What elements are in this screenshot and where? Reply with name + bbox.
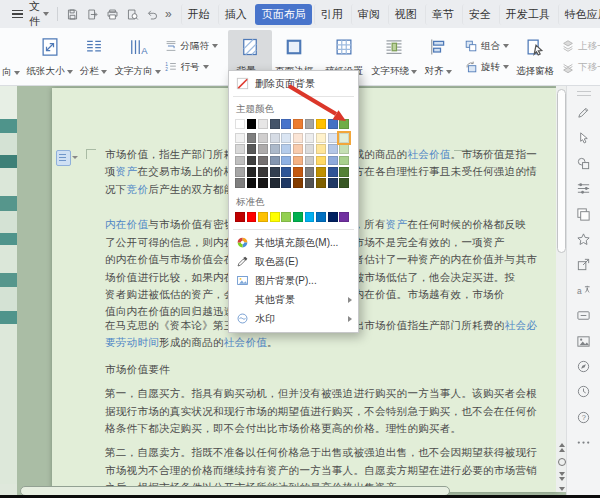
sidebar-picture-gray-icon[interactable] <box>576 334 591 349</box>
page-thumbnail[interactable] <box>0 155 17 168</box>
rotate-button[interactable]: 旋转 <box>461 58 512 76</box>
hyperlink[interactable]: 要劳动时间 <box>105 336 159 348</box>
page-thumbnail[interactable] <box>0 168 17 196</box>
color-swatch-7030a0[interactable] <box>339 212 349 222</box>
color-swatch-262626[interactable] <box>247 167 257 177</box>
color-swatch-3a3838[interactable] <box>258 167 268 177</box>
color-swatch-fe0000[interactable] <box>247 212 257 222</box>
sidebar-handle[interactable] <box>577 91 591 96</box>
main-menu-icon[interactable] <box>10 8 25 20</box>
page-thumbnail[interactable] <box>0 287 17 311</box>
hyperlink[interactable]: 资产 <box>116 165 138 177</box>
color-swatch-1f3864[interactable] <box>281 178 291 188</box>
page-thumbnail[interactable] <box>0 119 17 133</box>
sidebar-navigate-icon[interactable] <box>576 359 591 374</box>
color-swatch-ffe599[interactable] <box>316 144 326 154</box>
color-swatch-000000[interactable] <box>247 119 257 129</box>
sidebar-pencil-icon[interactable] <box>576 105 591 120</box>
color-swatch-fdc101[interactable] <box>258 212 268 222</box>
color-swatch-ffc000[interactable] <box>316 119 326 129</box>
color-swatch-404040[interactable] <box>247 156 257 166</box>
color-swatch-dae3f3[interactable] <box>328 133 338 143</box>
sidebar-share-icon[interactable] <box>576 257 591 272</box>
color-swatch-222a35[interactable] <box>270 178 280 188</box>
paper-size-button[interactable]: 纸张大小 <box>28 30 72 83</box>
menu-item-delete-page-background[interactable]: 删除页面背景 <box>229 74 358 93</box>
menu-item-watermark[interactable]: 水印 <box>229 309 358 328</box>
browse-object-button[interactable] <box>558 458 566 466</box>
color-swatch-8496b0[interactable] <box>270 156 280 166</box>
color-swatch-dbdbdb[interactable] <box>305 144 315 154</box>
color-swatch-1f3864[interactable] <box>328 178 338 188</box>
color-swatch-2f5496[interactable] <box>328 167 338 177</box>
page-thumbnail[interactable] <box>0 245 17 273</box>
color-swatch-f2f2f2[interactable] <box>235 133 245 143</box>
selection-pane-button[interactable]: 选择窗格 <box>513 30 557 83</box>
color-swatch-ed7d31[interactable] <box>293 119 303 129</box>
color-swatch-c45911[interactable] <box>293 167 303 177</box>
color-swatch-e2efda[interactable] <box>339 133 349 143</box>
hyperlink[interactable]: 社会价值 <box>407 148 450 160</box>
align-button[interactable]: 对齐 <box>416 30 460 83</box>
columns-button[interactable]: 分栏 <box>72 30 116 83</box>
color-swatch-c9c9c9[interactable] <box>305 156 315 166</box>
color-swatch-bfbfbf[interactable] <box>235 156 245 166</box>
page-thumbnail[interactable] <box>0 211 17 233</box>
color-swatch-4472c4[interactable] <box>328 119 338 129</box>
color-swatch-f4b183[interactable] <box>293 156 303 166</box>
menu-item-color-picker[interactable]: 取色器(E) <box>229 252 358 271</box>
vertical-scrollbar-thumb[interactable] <box>557 89 566 253</box>
color-swatch-002060[interactable] <box>328 212 338 222</box>
next-page-button[interactable] <box>559 472 565 481</box>
color-swatch-01b0f1[interactable] <box>305 212 315 222</box>
sidebar-star-icon[interactable] <box>576 232 591 247</box>
color-swatch-333f50[interactable] <box>270 167 280 177</box>
color-swatch-595959[interactable] <box>247 144 257 154</box>
color-swatch-7f7f7f[interactable] <box>235 178 245 188</box>
page-thumbnail[interactable] <box>0 273 17 287</box>
undo-icon[interactable] <box>146 8 159 21</box>
color-swatch-7b7b7b[interactable] <box>305 167 315 177</box>
page-thumbnail[interactable] <box>0 324 17 484</box>
page-thumbnail[interactable] <box>0 196 17 211</box>
export-icon[interactable] <box>86 8 99 21</box>
color-swatch-70ad47[interactable] <box>339 119 349 129</box>
hyperlink[interactable]: 内在价值 <box>105 218 148 230</box>
sidebar-adjust-icon[interactable] <box>576 181 591 196</box>
sidebar-more-icon[interactable] <box>576 435 591 450</box>
color-swatch-a8d08d[interactable] <box>339 156 349 166</box>
cutoff-orientation-button[interactable]: 向 <box>2 28 22 85</box>
color-swatch-0d0d0d[interactable] <box>247 178 257 188</box>
tab-view[interactable]: 视图 <box>388 4 423 25</box>
file-menu-button[interactable]: 文件 <box>29 0 49 29</box>
color-swatch-c00000[interactable] <box>235 212 245 222</box>
hyperlink[interactable]: 社会必 <box>505 319 537 331</box>
page-thumbnail[interactable] <box>0 311 17 324</box>
tab-dev-tools[interactable]: 开发工具 <box>499 4 556 25</box>
color-swatch-fff2cc[interactable] <box>316 133 326 143</box>
color-swatch-dae5f3[interactable] <box>281 133 291 143</box>
color-swatch-93d051[interactable] <box>281 212 291 222</box>
page-thumbnail[interactable] <box>0 133 17 155</box>
more-commands-icon[interactable]: » <box>165 7 172 21</box>
sidebar-help-icon[interactable]: ? <box>576 410 591 425</box>
color-swatch-aeabab[interactable] <box>258 144 268 154</box>
color-swatch-a6a6a6[interactable] <box>235 167 245 177</box>
color-swatch-8eaadb[interactable] <box>328 156 338 166</box>
color-swatch-b5cceb[interactable] <box>281 144 291 154</box>
color-swatch-757070[interactable] <box>258 156 268 166</box>
tab-review[interactable]: 审阅 <box>351 4 386 25</box>
tab-page-layout[interactable]: 页面布局 <box>255 4 312 25</box>
color-swatch-171616[interactable] <box>258 178 268 188</box>
sidebar-gallery-icon[interactable] <box>576 207 591 222</box>
print-preview-icon[interactable] <box>126 8 139 21</box>
line-numbers-button[interactable]: 12行号 <box>161 58 222 76</box>
color-swatch-538135[interactable] <box>339 167 349 177</box>
color-swatch-d8d8d8[interactable] <box>235 144 245 154</box>
tab-special-features[interactable]: 特色应用 <box>558 4 600 25</box>
sidebar-shapes-icon[interactable] <box>576 156 591 171</box>
color-swatch-7f7f7f[interactable] <box>247 133 257 143</box>
sidebar-textbox-icon[interactable] <box>576 308 591 323</box>
color-swatch-833c00[interactable] <box>293 178 303 188</box>
color-swatch-ededed[interactable] <box>305 133 315 143</box>
